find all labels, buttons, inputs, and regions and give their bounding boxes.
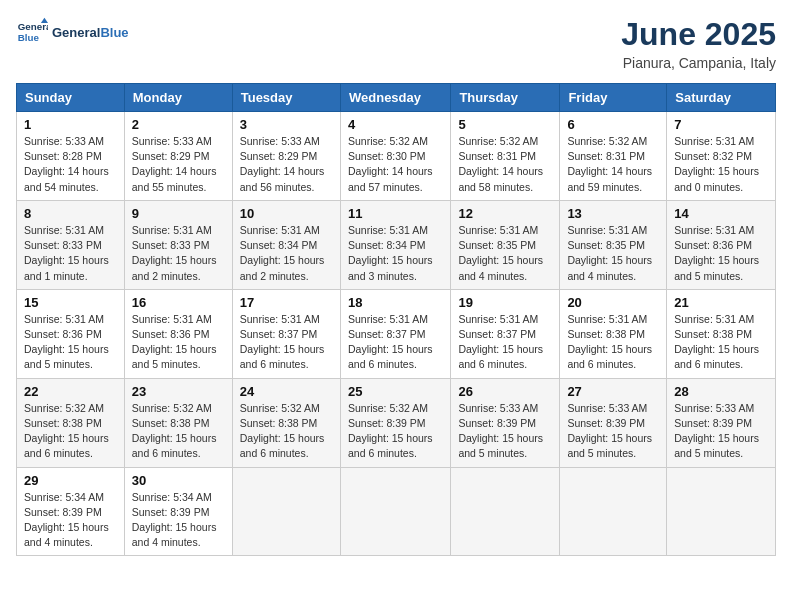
calendar-cell: 13Sunrise: 5:31 AMSunset: 8:35 PMDayligh… (560, 200, 667, 289)
day-number: 22 (24, 384, 117, 399)
day-number: 14 (674, 206, 768, 221)
calendar-cell: 5Sunrise: 5:32 AMSunset: 8:31 PMDaylight… (451, 112, 560, 201)
day-info: Sunrise: 5:33 AMSunset: 8:29 PMDaylight:… (132, 134, 225, 195)
calendar-cell: 17Sunrise: 5:31 AMSunset: 8:37 PMDayligh… (232, 289, 340, 378)
calendar-cell: 21Sunrise: 5:31 AMSunset: 8:38 PMDayligh… (667, 289, 776, 378)
calendar-cell (667, 467, 776, 556)
day-number: 1 (24, 117, 117, 132)
day-number: 27 (567, 384, 659, 399)
calendar-cell: 1Sunrise: 5:33 AMSunset: 8:28 PMDaylight… (17, 112, 125, 201)
calendar-cell: 12Sunrise: 5:31 AMSunset: 8:35 PMDayligh… (451, 200, 560, 289)
calendar-cell (232, 467, 340, 556)
day-info: Sunrise: 5:31 AMSunset: 8:35 PMDaylight:… (458, 223, 552, 284)
title-block: June 2025 Pianura, Campania, Italy (621, 16, 776, 71)
day-number: 28 (674, 384, 768, 399)
calendar-cell: 16Sunrise: 5:31 AMSunset: 8:36 PMDayligh… (124, 289, 232, 378)
page-header: General Blue GeneralBlue June 2025 Pianu… (16, 16, 776, 71)
col-header-thursday: Thursday (451, 84, 560, 112)
day-number: 20 (567, 295, 659, 310)
calendar-cell: 20Sunrise: 5:31 AMSunset: 8:38 PMDayligh… (560, 289, 667, 378)
calendar-week-2: 8Sunrise: 5:31 AMSunset: 8:33 PMDaylight… (17, 200, 776, 289)
calendar-cell: 9Sunrise: 5:31 AMSunset: 8:33 PMDaylight… (124, 200, 232, 289)
calendar-cell: 11Sunrise: 5:31 AMSunset: 8:34 PMDayligh… (340, 200, 450, 289)
day-number: 15 (24, 295, 117, 310)
day-number: 12 (458, 206, 552, 221)
day-number: 10 (240, 206, 333, 221)
day-info: Sunrise: 5:33 AMSunset: 8:39 PMDaylight:… (674, 401, 768, 462)
day-number: 18 (348, 295, 443, 310)
col-header-saturday: Saturday (667, 84, 776, 112)
day-info: Sunrise: 5:31 AMSunset: 8:32 PMDaylight:… (674, 134, 768, 195)
calendar-cell: 6Sunrise: 5:32 AMSunset: 8:31 PMDaylight… (560, 112, 667, 201)
logo-text: GeneralBlue (52, 25, 129, 40)
day-number: 24 (240, 384, 333, 399)
day-info: Sunrise: 5:33 AMSunset: 8:29 PMDaylight:… (240, 134, 333, 195)
day-number: 16 (132, 295, 225, 310)
calendar-cell: 22Sunrise: 5:32 AMSunset: 8:38 PMDayligh… (17, 378, 125, 467)
day-info: Sunrise: 5:34 AMSunset: 8:39 PMDaylight:… (132, 490, 225, 551)
day-info: Sunrise: 5:31 AMSunset: 8:33 PMDaylight:… (24, 223, 117, 284)
day-info: Sunrise: 5:31 AMSunset: 8:36 PMDaylight:… (132, 312, 225, 373)
day-number: 6 (567, 117, 659, 132)
day-info: Sunrise: 5:31 AMSunset: 8:34 PMDaylight:… (240, 223, 333, 284)
logo-icon: General Blue (16, 16, 48, 48)
day-number: 19 (458, 295, 552, 310)
svg-text:Blue: Blue (18, 32, 40, 43)
calendar-week-4: 22Sunrise: 5:32 AMSunset: 8:38 PMDayligh… (17, 378, 776, 467)
day-number: 25 (348, 384, 443, 399)
day-info: Sunrise: 5:31 AMSunset: 8:34 PMDaylight:… (348, 223, 443, 284)
day-number: 8 (24, 206, 117, 221)
calendar-cell: 23Sunrise: 5:32 AMSunset: 8:38 PMDayligh… (124, 378, 232, 467)
calendar-table: SundayMondayTuesdayWednesdayThursdayFrid… (16, 83, 776, 556)
calendar-cell: 3Sunrise: 5:33 AMSunset: 8:29 PMDaylight… (232, 112, 340, 201)
day-number: 26 (458, 384, 552, 399)
calendar-week-5: 29Sunrise: 5:34 AMSunset: 8:39 PMDayligh… (17, 467, 776, 556)
day-info: Sunrise: 5:31 AMSunset: 8:38 PMDaylight:… (674, 312, 768, 373)
calendar-cell: 24Sunrise: 5:32 AMSunset: 8:38 PMDayligh… (232, 378, 340, 467)
calendar-cell (560, 467, 667, 556)
day-info: Sunrise: 5:31 AMSunset: 8:37 PMDaylight:… (348, 312, 443, 373)
day-number: 11 (348, 206, 443, 221)
day-info: Sunrise: 5:31 AMSunset: 8:35 PMDaylight:… (567, 223, 659, 284)
calendar-cell: 27Sunrise: 5:33 AMSunset: 8:39 PMDayligh… (560, 378, 667, 467)
day-info: Sunrise: 5:33 AMSunset: 8:39 PMDaylight:… (458, 401, 552, 462)
day-info: Sunrise: 5:32 AMSunset: 8:38 PMDaylight:… (132, 401, 225, 462)
calendar-cell: 19Sunrise: 5:31 AMSunset: 8:37 PMDayligh… (451, 289, 560, 378)
day-info: Sunrise: 5:32 AMSunset: 8:31 PMDaylight:… (458, 134, 552, 195)
calendar-cell: 28Sunrise: 5:33 AMSunset: 8:39 PMDayligh… (667, 378, 776, 467)
day-number: 7 (674, 117, 768, 132)
day-number: 30 (132, 473, 225, 488)
day-info: Sunrise: 5:32 AMSunset: 8:31 PMDaylight:… (567, 134, 659, 195)
day-info: Sunrise: 5:34 AMSunset: 8:39 PMDaylight:… (24, 490, 117, 551)
calendar-cell: 4Sunrise: 5:32 AMSunset: 8:30 PMDaylight… (340, 112, 450, 201)
calendar-cell: 15Sunrise: 5:31 AMSunset: 8:36 PMDayligh… (17, 289, 125, 378)
calendar-cell: 18Sunrise: 5:31 AMSunset: 8:37 PMDayligh… (340, 289, 450, 378)
day-number: 5 (458, 117, 552, 132)
calendar-cell: 8Sunrise: 5:31 AMSunset: 8:33 PMDaylight… (17, 200, 125, 289)
calendar-cell: 25Sunrise: 5:32 AMSunset: 8:39 PMDayligh… (340, 378, 450, 467)
calendar-title: June 2025 (621, 16, 776, 53)
calendar-cell (340, 467, 450, 556)
calendar-week-3: 15Sunrise: 5:31 AMSunset: 8:36 PMDayligh… (17, 289, 776, 378)
day-info: Sunrise: 5:31 AMSunset: 8:37 PMDaylight:… (240, 312, 333, 373)
day-info: Sunrise: 5:31 AMSunset: 8:36 PMDaylight:… (674, 223, 768, 284)
col-header-wednesday: Wednesday (340, 84, 450, 112)
day-info: Sunrise: 5:32 AMSunset: 8:38 PMDaylight:… (240, 401, 333, 462)
day-number: 2 (132, 117, 225, 132)
day-info: Sunrise: 5:31 AMSunset: 8:38 PMDaylight:… (567, 312, 659, 373)
calendar-cell: 26Sunrise: 5:33 AMSunset: 8:39 PMDayligh… (451, 378, 560, 467)
day-number: 21 (674, 295, 768, 310)
calendar-cell: 7Sunrise: 5:31 AMSunset: 8:32 PMDaylight… (667, 112, 776, 201)
calendar-week-1: 1Sunrise: 5:33 AMSunset: 8:28 PMDaylight… (17, 112, 776, 201)
day-info: Sunrise: 5:32 AMSunset: 8:39 PMDaylight:… (348, 401, 443, 462)
day-number: 29 (24, 473, 117, 488)
day-info: Sunrise: 5:32 AMSunset: 8:38 PMDaylight:… (24, 401, 117, 462)
day-info: Sunrise: 5:31 AMSunset: 8:33 PMDaylight:… (132, 223, 225, 284)
col-header-tuesday: Tuesday (232, 84, 340, 112)
col-header-friday: Friday (560, 84, 667, 112)
day-number: 9 (132, 206, 225, 221)
calendar-subtitle: Pianura, Campania, Italy (621, 55, 776, 71)
calendar-cell: 29Sunrise: 5:34 AMSunset: 8:39 PMDayligh… (17, 467, 125, 556)
day-info: Sunrise: 5:33 AMSunset: 8:39 PMDaylight:… (567, 401, 659, 462)
day-number: 17 (240, 295, 333, 310)
